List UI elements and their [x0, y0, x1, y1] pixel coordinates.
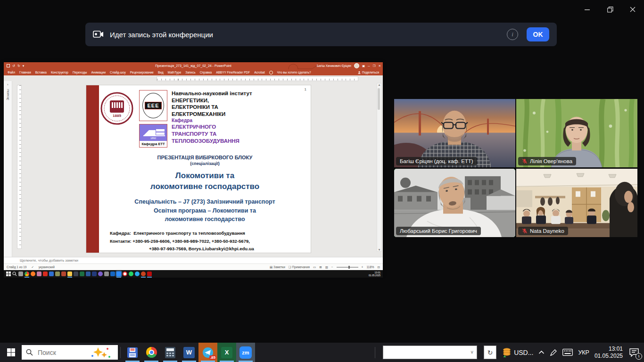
chrome-icon[interactable] — [25, 272, 29, 276]
app-icon[interactable] — [43, 272, 48, 276]
tab-acrobat[interactable]: Acrobat — [254, 71, 264, 74]
opera-icon[interactable] — [123, 272, 127, 276]
zoom-app-icon[interactable] — [116, 272, 121, 276]
word-icon[interactable] — [86, 272, 91, 276]
fit-window-icon[interactable]: ⊡ — [378, 265, 380, 269]
start-icon[interactable] — [6, 272, 11, 276]
tab-mathtype[interactable]: MathType — [168, 71, 182, 74]
spellcheck-icon[interactable]: ✓ — [31, 265, 33, 269]
zoom-slider[interactable] — [337, 267, 358, 268]
share-button[interactable]: Поделиться — [358, 71, 379, 74]
notes-pane[interactable]: Щелкните, чтобы добавить заметки — [4, 257, 383, 263]
slide-canvas[interactable]: 1 1885 ЕЕЕ — [86, 85, 311, 253]
participant-tile-nata[interactable]: Nata Dayneko — [516, 169, 637, 237]
tab-design[interactable]: Конструктор — [51, 71, 68, 74]
monitor-icon[interactable] — [74, 272, 78, 276]
taskbar-app-calculator[interactable] — [161, 343, 180, 362]
app-icon[interactable] — [49, 272, 54, 276]
ppt-restore-icon[interactable]: ❐ — [373, 64, 376, 68]
firefox-icon[interactable] — [31, 272, 35, 276]
minimize-button[interactable] — [576, 0, 599, 19]
view-normal-icon[interactable]: ▭ — [313, 265, 316, 269]
tab-view[interactable]: Вид — [158, 71, 164, 74]
view-sorter-icon[interactable]: ⊞ — [319, 265, 322, 269]
taskbar-clock[interactable]: 13:01 01.05.2025 — [594, 346, 623, 360]
info-icon[interactable]: i — [507, 29, 518, 40]
save-icon[interactable] — [7, 64, 10, 67]
zoom-out-icon[interactable]: − — [331, 265, 333, 269]
ppt-minimize-icon[interactable]: ─ — [368, 64, 370, 67]
currency-widget[interactable]: USD... — [502, 347, 533, 358]
zoom-level[interactable]: 118% — [366, 265, 374, 269]
explorer-icon[interactable] — [67, 272, 72, 276]
search-input[interactable] — [37, 348, 86, 357]
participant-tile-liliia[interactable]: Лілія Овер'янова — [516, 99, 637, 167]
shared-screen-powerpoint[interactable]: ↺ ↻ ▾ Презентація_273_141_від_07_02_24 -… — [4, 62, 383, 276]
whatsapp-icon[interactable] — [129, 272, 133, 276]
view-reading-icon[interactable]: ▥ — [325, 265, 328, 269]
tab-review[interactable]: Рецензирование — [130, 71, 154, 74]
toolbar-input[interactable] — [383, 348, 467, 356]
comments-toggle[interactable]: ❏ Примечания — [289, 265, 310, 269]
tab-home[interactable]: Главная — [19, 71, 31, 74]
desktop-toolbar-combobox[interactable]: ˅ — [383, 346, 477, 359]
participant-tile-liubarskyi[interactable]: Любарський Борис Григорович — [394, 169, 515, 237]
ppt-close-icon[interactable]: ✕ — [379, 64, 381, 68]
viber-icon[interactable] — [98, 272, 103, 276]
restore-button[interactable] — [599, 0, 621, 19]
language-indicator[interactable]: украинский — [39, 265, 55, 269]
chevron-down-icon[interactable]: ˅ — [467, 350, 477, 355]
app-icon[interactable] — [37, 272, 41, 276]
redo-icon[interactable]: ↻ — [17, 64, 20, 68]
account-avatar[interactable] — [354, 63, 359, 68]
tab-transitions[interactable]: Переходы — [73, 71, 87, 74]
taskbar-app-excel[interactable]: X — [217, 343, 236, 362]
thumbnails-pane[interactable]: › Эскизы — [4, 81, 12, 257]
ribbon-options-icon[interactable]: ▣ — [362, 64, 365, 68]
task-view-icon[interactable] — [18, 272, 23, 276]
tab-record[interactable]: Запись — [185, 71, 195, 74]
tell-me-box[interactable]: Что вы хотите сделать? — [277, 71, 311, 74]
search-icon[interactable] — [12, 272, 17, 276]
expand-pane-icon[interactable]: › — [7, 83, 8, 86]
taskbar-app-floppy[interactable] — [123, 343, 142, 362]
slide-scrollbar[interactable]: ▲▼ — [377, 83, 382, 252]
notes-toggle[interactable]: ▤ Заметки — [270, 265, 285, 269]
tab-slideshow[interactable]: Слайд-шоу — [110, 71, 126, 74]
recording-ok-button[interactable]: OK — [527, 27, 549, 41]
telegram-icon[interactable] — [135, 272, 140, 276]
touch-keyboard-icon[interactable] — [562, 349, 573, 356]
undo-icon[interactable]: ↺ — [12, 64, 15, 68]
app-icon[interactable] — [104, 272, 109, 276]
vertical-ruler[interactable] — [17, 85, 22, 249]
taskbar-app-word[interactable]: W — [180, 343, 198, 362]
action-center-button[interactable]: 1 — [628, 346, 640, 359]
qat-dropdown-icon[interactable]: ▾ — [23, 64, 25, 68]
tab-insert[interactable]: Вставка — [35, 71, 47, 74]
refresh-button[interactable]: ↻ — [484, 346, 496, 359]
tab-help[interactable]: Справка — [200, 71, 212, 74]
taskbar-search-box[interactable] — [22, 345, 118, 360]
shared-desktop-clock[interactable]: 13:01 01.05.2025 — [369, 271, 380, 277]
app-icon[interactable] — [92, 272, 97, 276]
outlook-icon[interactable] — [110, 272, 115, 276]
start-button[interactable] — [0, 343, 22, 362]
app-icon[interactable] — [61, 272, 66, 276]
tray-chevron-up-icon[interactable] — [538, 350, 545, 354]
zoom-in-icon[interactable]: + — [362, 265, 363, 269]
close-button[interactable] — [621, 0, 644, 19]
tab-animations[interactable]: Анимации — [91, 71, 106, 74]
pen-icon[interactable] — [550, 349, 557, 356]
acrobat-icon[interactable] — [147, 272, 152, 276]
tab-abbyy[interactable]: ABBYY FineReader PDF — [216, 71, 250, 74]
app-icon[interactable] — [141, 272, 146, 276]
taskbar-app-zoom[interactable]: zm — [236, 343, 255, 362]
participant-tile-baghish[interactable]: Багіш Єріцян (доц. каф. ЕТТ) — [394, 99, 515, 167]
excel-icon[interactable] — [80, 272, 84, 276]
tab-file[interactable]: Файл — [8, 71, 15, 74]
taskbar-app-telegram[interactable]: .85 — [198, 343, 217, 362]
account-name[interactable]: Багіш Хачикович Єріцян — [317, 64, 351, 67]
horizontal-ruler[interactable] — [157, 76, 358, 81]
taskbar-app-chrome[interactable] — [142, 343, 161, 362]
app-icon[interactable] — [55, 272, 60, 276]
